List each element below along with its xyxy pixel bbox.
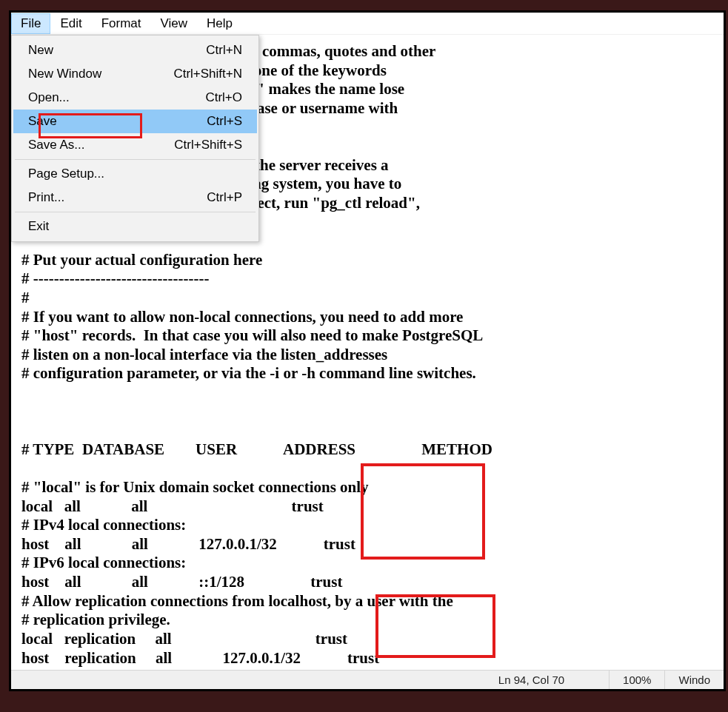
menu-item-label: Print... (28, 190, 64, 205)
menu-view[interactable]: View (151, 13, 198, 34)
menu-edit[interactable]: Edit (50, 13, 91, 34)
menu-item-shortcut: Ctrl+Shift+S (174, 138, 242, 152)
menu-item-label: Exit (28, 219, 49, 234)
file-menu-page-setup[interactable]: Page Setup... (13, 162, 257, 186)
status-bar: Ln 94, Col 70 100% Windo (11, 670, 724, 689)
status-cursor-position: Ln 94, Col 70 (485, 671, 609, 689)
menu-separator (15, 159, 256, 160)
menu-help[interactable]: Help (197, 13, 242, 34)
menu-item-shortcut: Ctrl+O (205, 90, 242, 105)
file-menu-open[interactable]: Open... Ctrl+O (13, 86, 257, 110)
menu-item-shortcut: Ctrl+S (207, 114, 242, 129)
menu-item-label: Open... (28, 90, 70, 105)
file-menu-print[interactable]: Print... Ctrl+P (13, 186, 257, 209)
menu-separator (15, 212, 256, 212)
menu-bar: File Edit Format View Help (11, 13, 724, 35)
menu-item-label: Page Setup... (28, 167, 104, 181)
file-menu-save-as[interactable]: Save As... Ctrl+Shift+S (13, 133, 257, 157)
menu-item-shortcut: Ctrl+P (207, 190, 242, 205)
file-menu-new-window[interactable]: New Window Ctrl+Shift+N (13, 62, 257, 86)
status-zoom: 100% (609, 671, 664, 689)
menu-item-label: New Window (28, 67, 101, 81)
file-menu-save[interactable]: Save Ctrl+S (13, 110, 257, 133)
menu-item-label: Save (28, 114, 57, 129)
status-encoding: Windo (664, 671, 724, 689)
file-menu-exit[interactable]: Exit (13, 215, 257, 238)
menu-item-label: Save As... (28, 138, 85, 152)
menu-format[interactable]: Format (92, 13, 151, 34)
menu-item-shortcut: Ctrl+N (206, 43, 242, 58)
menu-file[interactable]: File (11, 13, 50, 34)
file-menu-new[interactable]: New Ctrl+N (13, 38, 257, 62)
notepad-window: File Edit Format View Help containing sp… (9, 10, 726, 691)
file-dropdown: New Ctrl+N New Window Ctrl+Shift+N Open.… (11, 35, 259, 242)
menu-item-shortcut: Ctrl+Shift+N (173, 67, 242, 81)
menu-item-label: New (28, 43, 53, 58)
